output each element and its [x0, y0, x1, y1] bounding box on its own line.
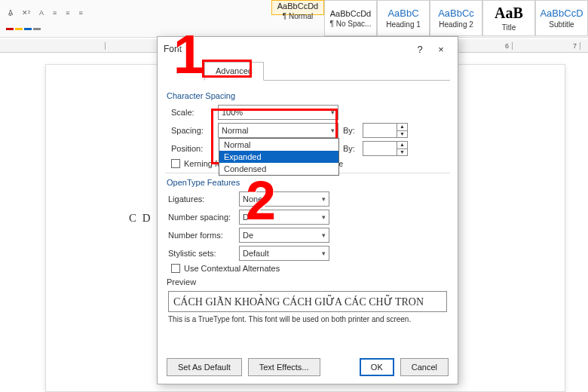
text-effects-button[interactable]: Text Effects... — [248, 358, 320, 376]
close-button[interactable]: × — [430, 40, 452, 58]
style-item[interactable]: AaBTitle — [482, 0, 535, 36]
by-label-2: By: — [343, 144, 358, 153]
spacing-option[interactable]: Expanded — [219, 151, 338, 163]
scale-label: Scale: — [168, 108, 213, 117]
style-item[interactable]: AaBbCcHeading 2 — [430, 0, 482, 36]
group-opentype: OpenType Features — [167, 178, 447, 187]
chevron-down-icon: ▾ — [322, 231, 326, 239]
spacing-dropdown[interactable]: NormalExpandedCondensed — [219, 138, 339, 176]
position-label: Position: — [168, 144, 213, 153]
style-item[interactable]: AaBbCcDSubtitle — [535, 0, 588, 36]
numforms-label: Number forms: — [168, 231, 234, 240]
spacing-select[interactable]: Normal▾ NormalExpandedCondensed — [218, 123, 338, 138]
style-item[interactable]: AaBbCHeading 1 — [377, 0, 430, 36]
spacing-label: Spacing: — [168, 126, 213, 135]
preview-box: CÁCH GIÃN KHOẢNG CÁCH GIỮA CÁC CHỮ TRON — [168, 291, 447, 312]
scale-select[interactable]: 100%▾ — [218, 105, 338, 120]
dialog-body: Character Spacing Scale: 100%▾ Spacing: … — [158, 81, 458, 351]
stylistic-select[interactable]: Default▾ — [239, 246, 329, 261]
cancel-button[interactable]: Cancel — [400, 358, 449, 376]
position-by-spinner[interactable]: ▲▼ — [363, 141, 408, 156]
preview-title: Preview — [167, 277, 447, 286]
stylistic-label: Stylistic sets: — [168, 249, 234, 258]
spacing-option[interactable]: Normal — [219, 139, 338, 151]
tab-font[interactable]: Font — [165, 62, 204, 81]
style-item[interactable]: AaBbCcDd¶ Normal — [271, 0, 324, 15]
spinner-up-icon[interactable]: ▲ — [397, 124, 407, 131]
chevron-down-icon: ▾ — [331, 109, 335, 116]
ligatures-label: Ligatures: — [168, 194, 234, 204]
spacing-by-spinner[interactable]: ▲▼ — [363, 123, 408, 138]
group-character-spacing: Character Spacing — [167, 91, 447, 100]
numspacing-label: Number spacing: — [168, 213, 234, 222]
set-default-button[interactable]: Set As Default — [167, 358, 242, 376]
numforms-select[interactable]: De▾ — [239, 228, 329, 243]
style-item[interactable]: AaBbCcDd¶ No Spac... — [324, 0, 377, 36]
chevron-down-icon: ▾ — [331, 127, 335, 134]
chevron-down-icon: ▾ — [322, 250, 326, 257]
dialog-button-row: Set As Default Text Effects... OK Cancel — [158, 351, 458, 384]
ligatures-select[interactable]: None▾ — [239, 191, 329, 207]
spinner-down-icon[interactable]: ▼ — [397, 149, 407, 156]
ok-button[interactable]: OK — [360, 358, 394, 376]
chevron-down-icon: ▾ — [322, 195, 326, 203]
dialog-tabs: Font Advanced — [165, 61, 450, 81]
contextual-checkbox[interactable]: Use Contextual Alternates — [171, 264, 447, 273]
spinner-down-icon[interactable]: ▼ — [397, 131, 407, 138]
preview-note: This is a TrueType font. This font will … — [168, 315, 447, 323]
font-dialog: Font ? × Font Advanced Character Spacing… — [157, 36, 458, 384]
by-label-1: By: — [343, 126, 358, 135]
ribbon: A̱✕²A≡≡≡ AaBbCcDd¶ NormalAaBbCcDd¶ No Sp… — [0, 0, 588, 38]
spacing-option[interactable]: Condensed — [219, 163, 338, 175]
styles-gallery[interactable]: AaBbCcDd¶ NormalAaBbCcDd¶ No Spac...AaBb… — [271, 0, 588, 37]
tab-advanced[interactable]: Advanced — [204, 62, 264, 81]
checkbox-icon — [171, 264, 180, 273]
numspacing-select[interactable]: Def▾ — [239, 210, 329, 225]
spinner-up-icon[interactable]: ▲ — [397, 142, 407, 149]
dialog-titlebar: Font ? × — [158, 37, 458, 61]
ribbon-font-group: A̱✕²A≡≡≡ — [0, 0, 151, 38]
dialog-title: Font — [164, 44, 409, 54]
chevron-down-icon: ▾ — [322, 213, 326, 221]
help-button[interactable]: ? — [409, 40, 430, 58]
checkbox-icon — [171, 159, 180, 168]
